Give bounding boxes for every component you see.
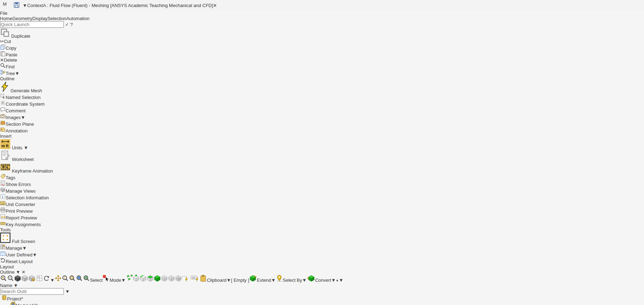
save-icon[interactable] (13, 2, 20, 9)
help-icon[interactable]: ? (70, 22, 73, 27)
tags-button[interactable]: Tags (0, 174, 644, 180)
toolbar-button-label: Clipboard (207, 278, 226, 283)
svg-text:X.Y.Z: X.Y.Z (182, 275, 187, 278)
tab-automation[interactable]: Automation (66, 16, 90, 21)
manage-icon (0, 245, 6, 251)
tab-file[interactable]: File (0, 11, 644, 16)
section-plane-button[interactable]: Section Plane (0, 120, 644, 127)
tree-item[interactable]: Project* (0, 295, 644, 301)
search-options-caret-icon[interactable]: ▼ (65, 289, 70, 294)
user-defined-button[interactable]: User Defined▼ (0, 251, 644, 257)
report-preview-icon (0, 215, 6, 220)
panel-menu-icon[interactable]: ▼ (16, 269, 20, 275)
key-assignments-button[interactable]: Key Assignments (0, 220, 644, 227)
ribbon-group-insert: Named Selection Coordinate System Commen… (0, 93, 644, 139)
select-by-button[interactable]: Select By▼ (276, 278, 307, 283)
manage-views-button[interactable]: Manage Views (0, 187, 644, 194)
convert-button[interactable]: Convert▼ (306, 278, 335, 283)
duplicate-button[interactable]: Duplicate (0, 28, 644, 39)
filter-body-button[interactable] (154, 278, 161, 283)
filter-face-icon (147, 278, 154, 283)
cut-button[interactable]: ✂Cut (0, 39, 644, 44)
pan-button[interactable] (55, 278, 62, 283)
tab-home[interactable]: Home (0, 16, 12, 21)
extend-icon (249, 278, 257, 283)
iso-view-button[interactable] (14, 278, 21, 283)
tab-selection[interactable]: Selection (47, 16, 66, 21)
chevron-down-icon: ▼ (226, 278, 231, 283)
named-selection-button[interactable]: Named Selection (0, 93, 644, 100)
tab-geometry[interactable]: Geometry (12, 16, 32, 21)
svg-text:i: i (2, 195, 3, 199)
zoom-fit-button[interactable] (76, 278, 83, 283)
viewport-layout-button[interactable] (36, 278, 43, 283)
look-at-button[interactable] (21, 278, 28, 283)
select-mode-button[interactable]: Mode▼ (103, 278, 126, 283)
feedback-icon[interactable]: ✓ (65, 22, 69, 27)
filter-field-combo[interactable]: Name ▼ (0, 283, 644, 288)
ribbon-group-label-insert: Insert (0, 133, 644, 139)
quick-access-caret-icon[interactable]: ▼ (23, 3, 27, 8)
zoom-globe-icon (83, 278, 90, 283)
svg-text:100: 100 (192, 276, 196, 279)
outline-search-input[interactable] (0, 288, 64, 295)
filter-element-button[interactable] (175, 278, 182, 283)
paste-button[interactable]: Paste (0, 51, 644, 57)
copy-button[interactable]: Copy (0, 44, 644, 51)
manage-button[interactable]: Manage▼ (0, 244, 644, 251)
context-tab[interactable]: Context (27, 3, 43, 8)
full-screen-button[interactable]: Full Screen (0, 232, 644, 244)
find-button[interactable]: Find (0, 63, 644, 69)
generate-mesh-button[interactable]: Generate Mesh (0, 81, 644, 93)
overflow-icon: ▼ (336, 278, 339, 283)
zoom-dynamic-button[interactable] (62, 278, 69, 283)
filter-face-button[interactable] (147, 278, 154, 283)
keyframe-animation-button[interactable]: Keyframe Animation (0, 162, 644, 174)
images-button[interactable]: Images▼ (0, 113, 644, 120)
app-logo-icon[interactable]: M (3, 1, 11, 9)
filter-edge-button[interactable] (140, 278, 147, 283)
zoom-out-button[interactable] (7, 278, 14, 283)
clipboard-button[interactable]: Clipboard▼ (200, 278, 231, 283)
coordinate-system-button[interactable]: Coordinate System (0, 100, 644, 107)
quick-launch-input[interactable] (0, 21, 64, 28)
filter-vertex-icon (133, 278, 140, 283)
filter-points-button[interactable] (126, 278, 133, 283)
filter-element-face-button[interactable] (168, 278, 175, 283)
annotation-button[interactable]: Annotation (0, 127, 644, 133)
zoom-box-button[interactable] (69, 278, 76, 283)
coordinates-xyz-button[interactable]: X.Y.Z (182, 278, 190, 283)
close-button[interactable]: ✕ (213, 3, 217, 8)
filter-vertex-button[interactable] (133, 278, 140, 283)
show-errors-button[interactable]: Show Errors (0, 180, 644, 187)
print-preview-button[interactable]: Print Preview (0, 207, 644, 214)
zoom-in-button[interactable] (0, 278, 7, 283)
rotate-button[interactable]: ▼ (43, 278, 55, 283)
comment-button[interactable]: Comment (0, 107, 644, 113)
distance-100-button[interactable]: 100 (190, 278, 200, 283)
units-button[interactable]: m ft Units ▼ (0, 139, 644, 150)
tree-item[interactable]: −Model (A3) (0, 301, 644, 305)
tree-button[interactable]: Tree▼ (0, 69, 644, 76)
select-by-icon (276, 278, 283, 283)
reset-layout-button[interactable]: Reset Layout (0, 257, 644, 264)
zoom-globe-button[interactable] (83, 278, 90, 283)
tree-item-label: Project* (7, 296, 23, 301)
window-title: A : Fluid Flow (Fluent) - Meshing [ANSYS… (43, 3, 213, 8)
report-preview-button[interactable]: Report Preview (0, 214, 644, 220)
lightning-bolt-icon (0, 88, 11, 93)
tab-display[interactable]: Display (32, 16, 48, 21)
close-panel-icon[interactable]: ✕ (22, 269, 25, 275)
extend-button[interactable]: Extend▼ (249, 278, 275, 283)
filter-node-button[interactable] (161, 278, 168, 283)
user-defined-icon (0, 252, 6, 257)
unit-converter-button[interactable]: mftUnit Converter (0, 200, 644, 207)
selection-information-button[interactable]: iSelection Information (0, 194, 644, 200)
collapse-icon[interactable]: − (7, 303, 10, 305)
view-cube-button[interactable] (28, 278, 36, 283)
manage-views-icon (0, 188, 6, 194)
overflow-button[interactable]: ▼▼ (336, 278, 344, 283)
worksheet-button[interactable]: Worksheet (0, 150, 644, 162)
chevron-down-icon: ▼ (339, 278, 344, 283)
delete-button[interactable]: ✕Delete (0, 57, 644, 63)
